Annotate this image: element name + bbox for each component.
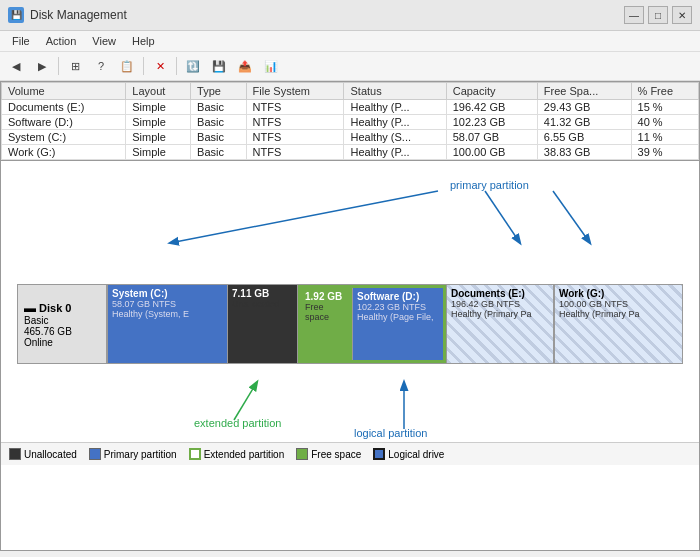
menu-help[interactable]: Help	[124, 33, 163, 49]
table-cell: Healthy (S...	[344, 130, 446, 145]
partition-extended[interactable]: 1.92 GB Free space Software (D:) 102.23 …	[298, 285, 446, 363]
partition-unallocated: 7.11 GB Unallocated	[228, 285, 298, 363]
swatch-unallocated	[9, 448, 21, 460]
toolbar: ◀ ▶ ⊞ ? 📋 ✕ 🔃 💾 📤 📊	[0, 52, 700, 81]
legend-logical-label: Logical drive	[388, 449, 444, 460]
legend: Unallocated Primary partition Extended p…	[1, 442, 699, 465]
partition-freespace[interactable]: 1.92 GB Free space	[301, 288, 353, 360]
table-cell: Basic	[191, 100, 246, 115]
table-cell: System (C:)	[2, 130, 126, 145]
swatch-freespace	[296, 448, 308, 460]
partition-work-g[interactable]: Work (G:) 100.00 GB NTFS Healthy (Primar…	[554, 285, 682, 363]
toolbar-sep-1	[58, 57, 59, 75]
table-cell: Basic	[191, 130, 246, 145]
table-cell: 38.83 GB	[537, 145, 631, 160]
col-layout[interactable]: Layout	[126, 83, 191, 100]
col-percentfree[interactable]: % Free	[631, 83, 698, 100]
col-type[interactable]: Type	[191, 83, 246, 100]
partition-system-c[interactable]: System (C:) 58.07 GB NTFS Healthy (Syste…	[108, 285, 228, 363]
partition-software-d[interactable]: Software (D:) 102.23 GB NTFS Healthy (Pa…	[353, 288, 443, 360]
table-cell: NTFS	[246, 115, 344, 130]
legend-logical: Logical drive	[373, 448, 444, 460]
refresh-button[interactable]: 🔃	[181, 55, 205, 77]
toolbar-sep-3	[176, 57, 177, 75]
properties-button[interactable]: ⊞	[63, 55, 87, 77]
disk-0-size: 465.76 GB	[24, 326, 100, 337]
window-controls: — □ ✕	[624, 6, 692, 24]
disk-0-type: Basic	[24, 315, 100, 326]
table-cell: 6.55 GB	[537, 130, 631, 145]
minimize-button[interactable]: —	[624, 6, 644, 24]
col-status[interactable]: Status	[344, 83, 446, 100]
table-cell: 39 %	[631, 145, 698, 160]
main-content: Volume Layout Type File System Status Ca…	[0, 81, 700, 551]
maximize-button[interactable]: □	[648, 6, 668, 24]
col-capacity[interactable]: Capacity	[446, 83, 537, 100]
swatch-extended	[189, 448, 201, 460]
table-cell: 196.42 GB	[446, 100, 537, 115]
col-filesystem[interactable]: File System	[246, 83, 344, 100]
table-cell: Healthy (P...	[344, 145, 446, 160]
table-row[interactable]: Software (D:)SimpleBasicNTFSHealthy (P..…	[2, 115, 699, 130]
title-bar: 💾 Disk Management — □ ✕	[0, 0, 700, 31]
menu-file[interactable]: File	[4, 33, 38, 49]
table-cell: Healthy (P...	[344, 100, 446, 115]
import-button[interactable]: 📤	[233, 55, 257, 77]
table-cell: 11 %	[631, 130, 698, 145]
disk-0-name: ▬ Disk 0	[24, 301, 100, 315]
svg-line-1	[485, 191, 520, 243]
table-cell: Healthy (P...	[344, 115, 446, 130]
table-cell: Simple	[126, 115, 191, 130]
chart-button[interactable]: 📊	[259, 55, 283, 77]
help-button[interactable]: ?	[89, 55, 113, 77]
svg-line-2	[553, 191, 590, 243]
window-title: Disk Management	[30, 8, 127, 22]
col-volume[interactable]: Volume	[2, 83, 126, 100]
disk-row-0: ▬ Disk 0 Basic 465.76 GB Online System (…	[9, 284, 691, 364]
swatch-logical	[373, 448, 385, 460]
table-cell: Documents (E:)	[2, 100, 126, 115]
delete-button[interactable]: ✕	[148, 55, 172, 77]
annotation-area: primary partition	[1, 161, 699, 276]
svg-line-3	[170, 191, 438, 243]
swatch-primary	[89, 448, 101, 460]
table-row[interactable]: Work (G:)SimpleBasicNTFSHealthy (P...100…	[2, 145, 699, 160]
table-row[interactable]: System (C:)SimpleBasicNTFSHealthy (S...5…	[2, 130, 699, 145]
menu-view[interactable]: View	[84, 33, 124, 49]
app-icon: 💾	[8, 7, 24, 23]
bottom-arrows: extended partition logical partition	[9, 372, 691, 442]
back-button[interactable]: ◀	[4, 55, 28, 77]
bottom-annotations: extended partition logical partition	[9, 372, 691, 442]
table-cell: 41.32 GB	[537, 115, 631, 130]
legend-extended: Extended partition	[189, 448, 285, 460]
svg-text:logical partition: logical partition	[354, 427, 427, 439]
table-cell: Simple	[126, 145, 191, 160]
disk-visual-area: primary partition	[0, 161, 700, 551]
legend-primary-label: Primary partition	[104, 449, 177, 460]
table-cell: 58.07 GB	[446, 130, 537, 145]
legend-freespace: Free space	[296, 448, 361, 460]
table-cell: 102.23 GB	[446, 115, 537, 130]
col-freespace[interactable]: Free Spa...	[537, 83, 631, 100]
close-button[interactable]: ✕	[672, 6, 692, 24]
disk-0-status: Online	[24, 337, 100, 348]
svg-line-5	[234, 382, 257, 420]
legend-freespace-label: Free space	[311, 449, 361, 460]
menu-action[interactable]: Action	[38, 33, 85, 49]
table-cell: 40 %	[631, 115, 698, 130]
table-cell: 29.43 GB	[537, 100, 631, 115]
annotation-arrows: primary partition	[1, 161, 699, 276]
disk-0-partitions: System (C:) 58.07 GB NTFS Healthy (Syste…	[108, 285, 682, 363]
toolbar-sep-2	[143, 57, 144, 75]
partition-documents-e[interactable]: Documents (E:) 196.42 GB NTFS Healthy (P…	[446, 285, 554, 363]
table-cell: Work (G:)	[2, 145, 126, 160]
table-cell: NTFS	[246, 145, 344, 160]
forward-button[interactable]: ▶	[30, 55, 54, 77]
table-row[interactable]: Documents (E:)SimpleBasicNTFSHealthy (P.…	[2, 100, 699, 115]
table-cell: NTFS	[246, 130, 344, 145]
legend-extended-label: Extended partition	[204, 449, 285, 460]
export-button[interactable]: 💾	[207, 55, 231, 77]
rescan-button[interactable]: 📋	[115, 55, 139, 77]
table-cell: Basic	[191, 115, 246, 130]
table-cell: 100.00 GB	[446, 145, 537, 160]
